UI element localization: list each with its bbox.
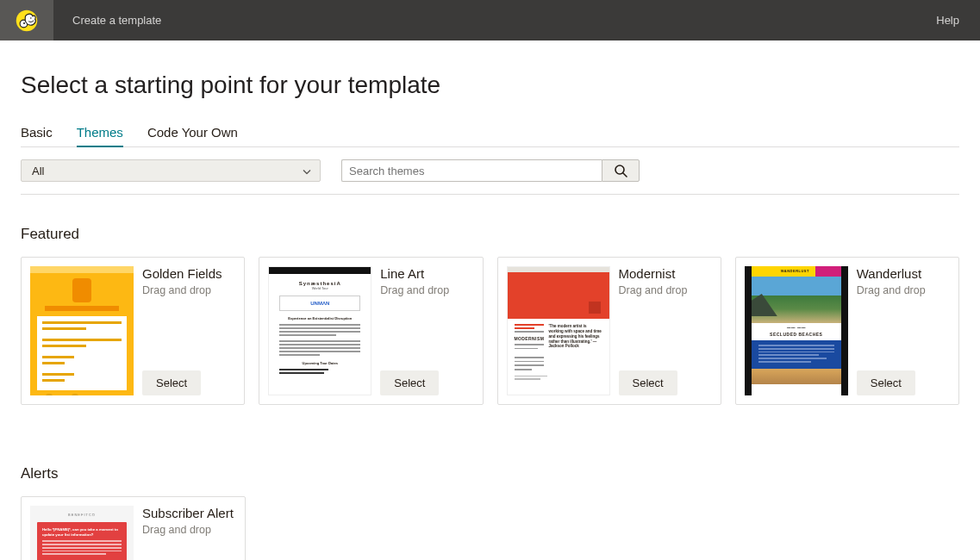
search-button[interactable] [602, 159, 640, 182]
thumb-text: MODERNISM [515, 336, 544, 341]
mailchimp-logo-icon [15, 9, 39, 33]
template-subtitle: Drag and drop [380, 284, 473, 296]
help-link[interactable]: Help [936, 14, 959, 27]
template-thumb[interactable]: WANDERLUST ━━━━ ━━━━ SECLUDED BEACHES [745, 266, 848, 395]
select-button[interactable]: Select [857, 370, 915, 395]
template-title: Subscriber Alert [142, 506, 236, 520]
tab-basic[interactable]: Basic [21, 125, 53, 146]
template-title: Line Art [380, 266, 473, 281]
thumb-text: UNMΛN [279, 296, 360, 311]
card-info: Golden Fields Drag and drop Select [142, 266, 235, 395]
template-title: Golden Fields [142, 266, 235, 281]
template-card-subscriber-alert: BENEFITCO Hello *|FNAME|*, can you take … [21, 496, 246, 560]
template-thumb[interactable]: MODERNISM 'The modern artist is working … [507, 266, 610, 395]
topbar: Create a template Help [0, 0, 980, 40]
section-title-alerts: Alerts [21, 465, 959, 482]
page-body: Select a starting point for your templat… [0, 72, 980, 560]
featured-row: Golden Fields Drag and drop Select Synæs… [21, 257, 959, 405]
tab-code-your-own[interactable]: Code Your Own [147, 125, 238, 146]
template-card-line-art: SynæsthesiA World Tour UNMΛN Experience … [259, 257, 483, 405]
thumb-text: Upcoming Tour Dates [269, 361, 371, 365]
template-subtitle: Drag and drop [142, 284, 235, 296]
template-card-modernist: MODERNISM 'The modern artist is working … [497, 257, 721, 405]
brand-logo[interactable] [0, 0, 53, 40]
template-card-golden-fields: Golden Fields Drag and drop Select [21, 257, 245, 405]
template-subtitle: Drag and drop [857, 284, 950, 296]
template-title: Modernist [619, 266, 712, 281]
thumb-text: Hello *|FNAME|*, can you take a moment t… [42, 527, 122, 537]
search-icon [614, 164, 627, 177]
thumb-text: BENEFITCO [37, 513, 127, 517]
search-wrap [341, 159, 640, 182]
template-subtitle: Drag and drop [142, 524, 236, 536]
topbar-title: Create a template [72, 14, 161, 27]
template-thumb[interactable] [30, 266, 134, 395]
card-info: Wanderlust Drag and drop Select [857, 266, 950, 395]
card-info: Line Art Drag and drop Select [380, 266, 473, 395]
template-subtitle: Drag and drop [619, 284, 712, 296]
alerts-row: BENEFITCO Hello *|FNAME|*, can you take … [21, 496, 959, 560]
template-thumb[interactable]: BENEFITCO Hello *|FNAME|*, can you take … [30, 506, 134, 560]
select-button[interactable]: Select [619, 370, 677, 395]
category-dropdown[interactable]: All [21, 159, 321, 182]
svg-line-5 [623, 173, 627, 177]
svg-point-2 [23, 22, 25, 23]
thumb-text: SECLUDED BEACHES [752, 332, 841, 337]
template-card-wanderlust: WANDERLUST ━━━━ ━━━━ SECLUDED BEACHES Wa… [735, 257, 959, 405]
section-title-featured: Featured [21, 226, 959, 243]
template-thumb[interactable]: SynæsthesiA World Tour UNMΛN Experience … [268, 266, 371, 395]
alerts-section: Alerts BENEFITCO Hello *|FNAME|*, can yo… [21, 465, 959, 560]
thumb-text: 'The modern artist is working with space… [549, 324, 602, 349]
thumb-text: Experience an Existentialist Disruption [269, 316, 371, 320]
thumb-text: World Tour [269, 286, 371, 290]
select-button[interactable]: Select [380, 370, 439, 395]
tabs: Basic Themes Code Your Own [21, 125, 959, 147]
select-button[interactable]: Select [142, 370, 201, 395]
card-info: Subscriber Alert Drag and drop [142, 506, 236, 560]
thumb-text: WANDERLUST [781, 269, 809, 273]
chevron-down-icon [303, 165, 311, 177]
page-title: Select a starting point for your templat… [21, 72, 959, 99]
svg-point-3 [30, 17, 32, 19]
tab-themes[interactable]: Themes [77, 125, 123, 146]
filter-row: All [21, 159, 959, 195]
dropdown-value: All [32, 165, 44, 177]
card-info: Modernist Drag and drop Select [619, 266, 712, 395]
template-title: Wanderlust [857, 266, 950, 281]
search-input[interactable] [341, 159, 602, 182]
